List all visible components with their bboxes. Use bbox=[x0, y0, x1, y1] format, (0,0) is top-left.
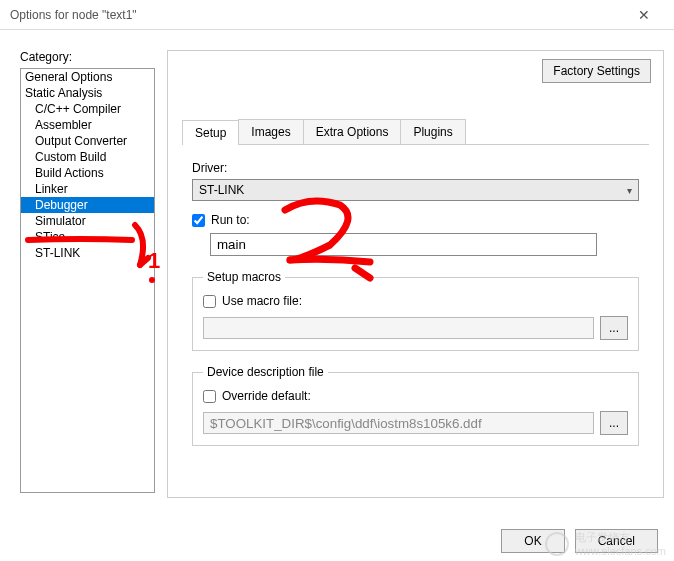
category-item[interactable]: C/C++ Compiler bbox=[21, 101, 154, 117]
cancel-button[interactable]: Cancel bbox=[575, 529, 658, 553]
ddf-file-input bbox=[203, 412, 594, 434]
runto-input[interactable] bbox=[210, 233, 597, 256]
window-title: Options for node "text1" bbox=[10, 8, 624, 22]
chevron-down-icon: ▾ bbox=[627, 185, 632, 196]
tab-bar: SetupImagesExtra OptionsPlugins bbox=[182, 119, 649, 145]
ellipsis-icon: ... bbox=[609, 416, 619, 430]
ddf-group: Device description file Override default… bbox=[192, 365, 639, 446]
ddf-legend: Device description file bbox=[203, 365, 328, 379]
settings-panel: Factory Settings SetupImagesExtra Option… bbox=[167, 50, 664, 498]
runto-row: Run to: bbox=[192, 213, 639, 227]
category-item[interactable]: Simulator bbox=[21, 213, 154, 229]
tab[interactable]: Plugins bbox=[400, 119, 465, 144]
driver-label: Driver: bbox=[192, 161, 639, 175]
dialog-body: Category: General OptionsStatic Analysis… bbox=[0, 30, 674, 521]
factory-settings-button[interactable]: Factory Settings bbox=[542, 59, 651, 83]
tab[interactable]: Images bbox=[238, 119, 303, 144]
setup-macros-legend: Setup macros bbox=[203, 270, 285, 284]
category-item[interactable]: General Options bbox=[21, 69, 154, 85]
category-label: Category: bbox=[20, 50, 155, 64]
close-button[interactable]: ✕ bbox=[624, 0, 664, 30]
setup-macros-group: Setup macros Use macro file: ... bbox=[192, 270, 639, 351]
close-icon: ✕ bbox=[638, 7, 650, 23]
category-item[interactable]: Debugger bbox=[21, 197, 154, 213]
macro-file-input[interactable] bbox=[203, 317, 594, 339]
category-item[interactable]: ST-LINK bbox=[21, 245, 154, 261]
ok-button[interactable]: OK bbox=[501, 529, 564, 553]
category-list[interactable]: General OptionsStatic AnalysisC/C++ Comp… bbox=[20, 68, 155, 493]
use-macro-label: Use macro file: bbox=[222, 294, 302, 308]
tab[interactable]: Setup bbox=[182, 120, 239, 145]
titlebar: Options for node "text1" ✕ bbox=[0, 0, 674, 30]
category-item[interactable]: Build Actions bbox=[21, 165, 154, 181]
category-item[interactable]: Assembler bbox=[21, 117, 154, 133]
tab[interactable]: Extra Options bbox=[303, 119, 402, 144]
category-item[interactable]: Output Converter bbox=[21, 133, 154, 149]
override-label: Override default: bbox=[222, 389, 311, 403]
macro-browse-button[interactable]: ... bbox=[600, 316, 628, 340]
override-checkbox[interactable] bbox=[203, 390, 216, 403]
driver-value: ST-LINK bbox=[199, 183, 244, 197]
category-panel: Category: General OptionsStatic Analysis… bbox=[20, 50, 155, 511]
runto-checkbox[interactable] bbox=[192, 214, 205, 227]
tab-content-setup: Driver: ST-LINK ▾ Run to: Setup macros U… bbox=[182, 145, 649, 456]
category-item[interactable]: Custom Build bbox=[21, 149, 154, 165]
driver-select[interactable]: ST-LINK ▾ bbox=[192, 179, 639, 201]
category-item[interactable]: Static Analysis bbox=[21, 85, 154, 101]
dialog-footer: OK Cancel bbox=[501, 529, 658, 553]
ddf-browse-button[interactable]: ... bbox=[600, 411, 628, 435]
category-item[interactable]: Linker bbox=[21, 181, 154, 197]
category-item[interactable]: STice bbox=[21, 229, 154, 245]
runto-label: Run to: bbox=[211, 213, 250, 227]
use-macro-checkbox[interactable] bbox=[203, 295, 216, 308]
ellipsis-icon: ... bbox=[609, 321, 619, 335]
